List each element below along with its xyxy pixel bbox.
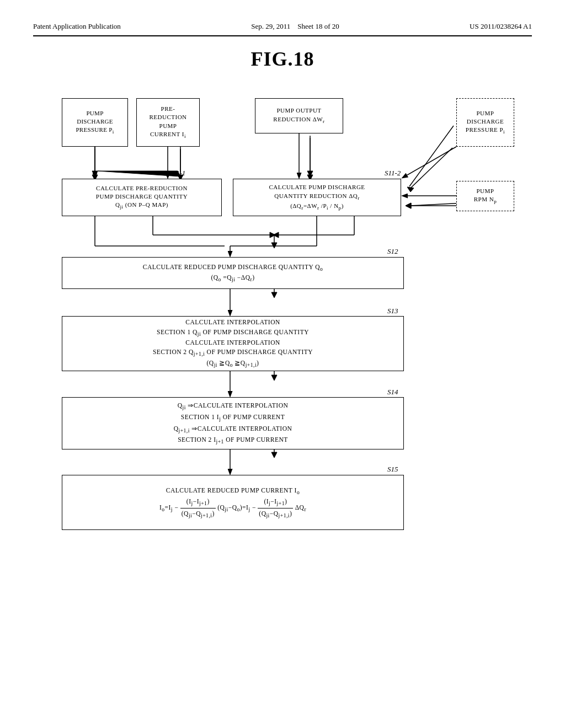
figure-title: FIG.18 — [33, 47, 532, 71]
svg-marker-1 — [92, 171, 98, 176]
box-s14: Qji ⇒CALCULATE INTERPOLATIONSECTION 1 Ij… — [62, 397, 404, 449]
box-pump-output-reduction: PUMP OUTPUTREDUCTION ΔWr — [255, 98, 343, 133]
svg-marker-14 — [273, 232, 279, 238]
box-pre-reduction: PRE- REDUCTION PUMP CURRENT Ii — [136, 98, 200, 147]
svg-marker-30 — [407, 187, 414, 192]
box-s13: CALCULATE INTERPOLATIONSECTION 1 Qji OF … — [62, 316, 404, 371]
flowchart: PUMP DISCHARGE PRESSURE Pi PRE- REDUCTIO… — [45, 87, 520, 617]
box-pump-discharge-pressure-left: PUMP DISCHARGE PRESSURE Pi — [62, 98, 128, 147]
step-label-s11-1: S11-1 — [169, 169, 185, 178]
header-left: Patent Application Publication — [33, 22, 121, 31]
step-label-s14: S14 — [387, 388, 398, 397]
svg-marker-16 — [271, 243, 277, 248]
box-s11-2: CALCULATE PUMP DISCHARGEQUANTITY REDUCTI… — [233, 179, 401, 216]
svg-line-37 — [403, 147, 456, 178]
box-s15: CALCULATE REDUCED PUMP CURRENT IoIo=Ij −… — [62, 475, 404, 530]
svg-line-29 — [409, 148, 452, 189]
step-label-s11-2: S11-2 — [385, 169, 401, 178]
step-label-s15: S15 — [387, 465, 398, 474]
page: Patent Application Publication Sep. 29, … — [0, 0, 565, 728]
box-s12: CALCULATE REDUCED PUMP DISCHARGE QUANTIT… — [62, 257, 404, 289]
step-label-s13: S13 — [387, 307, 398, 315]
svg-marker-18 — [271, 292, 277, 298]
svg-marker-20 — [271, 375, 277, 381]
header-right: US 2011/0238264 A1 — [470, 22, 532, 31]
step-label-s12: S12 — [387, 247, 398, 256]
svg-marker-3 — [98, 171, 180, 176]
box-pump-discharge-pressure-right: PUMP DISCHARGE PRESSURE Pi — [456, 98, 514, 147]
svg-line-6 — [409, 126, 454, 186]
svg-marker-22 — [271, 452, 277, 458]
box-s11-1: CALCULATE PRE-REDUCTIONPUMP DISCHARGE QU… — [62, 179, 222, 216]
header-center: Sep. 29, 2011 Sheet 18 of 20 — [251, 22, 339, 31]
svg-marker-11 — [270, 232, 275, 238]
box-pump-rpm: PUMPRPM Np — [456, 181, 514, 211]
page-header: Patent Application Publication Sep. 29, … — [33, 22, 532, 36]
svg-marker-8 — [406, 203, 411, 208]
flowchart-arrows — [45, 87, 520, 539]
svg-marker-32 — [406, 203, 411, 208]
svg-marker-5 — [307, 171, 313, 176]
